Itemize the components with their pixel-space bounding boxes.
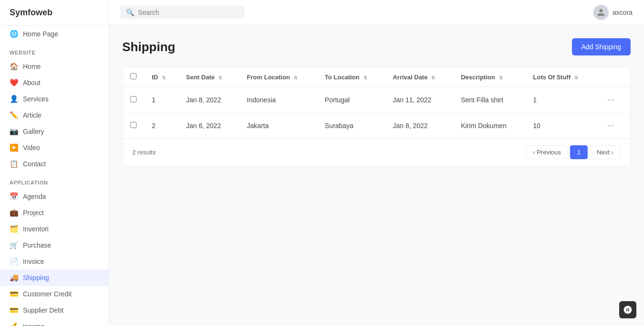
th-from-location[interactable]: From Location ⇅ [239, 67, 317, 87]
cell-arrival-date: Jan 11, 2022 [385, 87, 454, 113]
search-input[interactable] [138, 9, 239, 16]
topbar: 🔍 axcora [109, 0, 644, 25]
cell-from-location: Indonesia [239, 87, 317, 113]
cell-description: Kirim Dokumen [453, 113, 525, 139]
content-area: Shipping Add Shipping ID ⇅ Sent Date ⇅ F… [109, 25, 644, 326]
next-label: Next [597, 149, 610, 156]
sort-icon-arrival-date: ⇅ [431, 75, 435, 80]
th-lots-of-stuff[interactable]: Lots Of Stuff ⇅ [526, 67, 597, 87]
page-title: Shipping [122, 40, 175, 54]
shipping-table: ID ⇅ Sent Date ⇅ From Location ⇅ To Loca… [123, 67, 630, 138]
income-icon: 💰 [10, 322, 18, 326]
pagination-controls: ‹ Previous 1 Next › [526, 145, 621, 159]
sidebar-item-supplier-debt[interactable]: 💳Supplier Debt [0, 302, 108, 318]
sidebar-item-label-contact: Contact [23, 160, 46, 168]
sidebar-sections: WEBSITE🏠Home❤️About👤Services✏️Article📷Ga… [0, 42, 108, 326]
cell-id: 1 [144, 87, 179, 113]
sort-icon-description: ⇅ [499, 75, 503, 80]
th-id[interactable]: ID ⇅ [144, 67, 179, 87]
sidebar-item-label-services: Services [23, 95, 49, 103]
cell-lots-of-stuff: 10 [526, 113, 597, 139]
sidebar-item-label-inventori: Inventori [23, 225, 49, 233]
page-1-button[interactable]: 1 [570, 145, 588, 159]
row-checkbox[interactable] [130, 96, 137, 102]
supplier-debt-icon: 💳 [10, 306, 18, 315]
th-arrival-date[interactable]: Arrival Date ⇅ [385, 67, 454, 87]
th-to-location[interactable]: To Location ⇅ [317, 67, 385, 87]
sidebar-item-customer-credit[interactable]: 💳Customer Credit [0, 286, 108, 302]
sidebar-item-article[interactable]: ✏️Article [0, 107, 108, 123]
th-actions [597, 67, 630, 87]
table-body: 1 Jan 8, 2022 Indonesia Portugal Jan 11,… [123, 87, 630, 139]
next-button[interactable]: Next › [590, 145, 621, 159]
sidebar-item-services[interactable]: 👤Services [0, 91, 108, 107]
avatar [593, 5, 609, 20]
brand-name: Symfoweb [0, 0, 108, 26]
about-icon: ❤️ [10, 78, 18, 87]
symfony-badge[interactable] [619, 301, 636, 318]
cell-to-location: Portugal [317, 87, 385, 113]
table-header-row: ID ⇅ Sent Date ⇅ From Location ⇅ To Loca… [123, 67, 630, 87]
th-checkbox [123, 67, 144, 87]
cell-checkbox [123, 113, 144, 139]
sort-icon-to-location: ⇅ [363, 75, 367, 80]
table-row: 1 Jan 8, 2022 Indonesia Portugal Jan 11,… [123, 87, 630, 113]
services-icon: 👤 [10, 95, 18, 103]
search-wrapper[interactable]: 🔍 [120, 6, 244, 19]
cell-to-location: Surabaya [317, 113, 385, 139]
cell-actions: ··· [597, 113, 630, 139]
cell-sent-date: Jan 6, 2022 [179, 113, 239, 139]
sidebar-item-purchase[interactable]: 🛒Purchase [0, 237, 108, 253]
gallery-icon: 📷 [10, 127, 18, 136]
sidebar-item-label-about: About [23, 79, 41, 87]
sidebar-item-project[interactable]: 💼Project [0, 205, 108, 221]
sidebar-item-agenda[interactable]: 📅Agenda [0, 188, 108, 205]
th-description[interactable]: Description ⇅ [453, 67, 525, 87]
table-row: 2 Jan 6, 2022 Jakarta Surabaya Jan 8, 20… [123, 113, 630, 139]
user-area: axcora [593, 5, 633, 20]
sidebar-item-label-invoice: Invoice [23, 258, 44, 265]
sidebar-item-invoice[interactable]: 📄Invoice [0, 253, 108, 270]
project-icon: 💼 [10, 208, 18, 217]
main-area: 🔍 axcora Shipping Add Shipping [109, 0, 644, 326]
sidebar: Symfoweb 🌐 Home Page WEBSITE🏠Home❤️About… [0, 0, 109, 326]
inventori-icon: 🗂️ [10, 225, 18, 233]
chevron-right-icon: › [612, 149, 613, 156]
sidebar-item-about[interactable]: ❤️About [0, 75, 108, 91]
sidebar-item-label-gallery: Gallery [23, 128, 44, 135]
content-header: Shipping Add Shipping [122, 38, 631, 55]
sidebar-item-inventori[interactable]: 🗂️Inventori [0, 221, 108, 237]
sidebar-item-contact[interactable]: 📋Contact [0, 156, 108, 172]
sidebar-item-label-supplier-debt: Supplier Debt [23, 306, 63, 314]
row-actions-button[interactable]: ··· [604, 120, 617, 131]
row-checkbox[interactable] [130, 122, 137, 128]
sidebar-item-gallery[interactable]: 📷Gallery [0, 123, 108, 140]
sidebar-item-label-purchase: Purchase [23, 241, 51, 249]
sidebar-item-label-customer-credit: Customer Credit [23, 290, 72, 298]
cell-from-location: Jakarta [239, 113, 317, 139]
home-icon: 🏠 [10, 62, 18, 71]
sidebar-item-homepage[interactable]: 🌐 Home Page [0, 26, 108, 42]
previous-button[interactable]: ‹ Previous [526, 145, 568, 159]
row-actions-button[interactable]: ··· [604, 94, 617, 106]
sidebar-section-label-website: WEBSITE [0, 42, 108, 58]
sidebar-item-label-shipping: Shipping [23, 274, 49, 282]
cell-lots-of-stuff: 1 [526, 87, 597, 113]
sidebar-item-shipping[interactable]: 🚚Shipping [0, 270, 108, 286]
sidebar-item-home[interactable]: 🏠Home [0, 58, 108, 75]
sidebar-section-label-application: APPLICATION [0, 172, 108, 188]
pagination-bar: 2 results ‹ Previous 1 Next › [123, 138, 630, 166]
invoice-icon: 📄 [10, 257, 18, 266]
customer-credit-icon: 💳 [10, 290, 18, 298]
cell-sent-date: Jan 8, 2022 [179, 87, 239, 113]
select-all-checkbox[interactable] [130, 73, 137, 79]
data-table-wrapper: ID ⇅ Sent Date ⇅ From Location ⇅ To Loca… [122, 67, 631, 166]
th-sent-date[interactable]: Sent Date ⇅ [179, 67, 239, 87]
shipping-icon: 🚚 [10, 273, 18, 282]
agenda-icon: 📅 [10, 192, 18, 201]
add-shipping-button[interactable]: Add Shipping [572, 38, 631, 55]
video-icon: ▶️ [10, 143, 18, 152]
sidebar-item-income[interactable]: 💰Income [0, 318, 108, 326]
contact-icon: 📋 [10, 160, 18, 168]
sidebar-item-video[interactable]: ▶️Video [0, 140, 108, 156]
